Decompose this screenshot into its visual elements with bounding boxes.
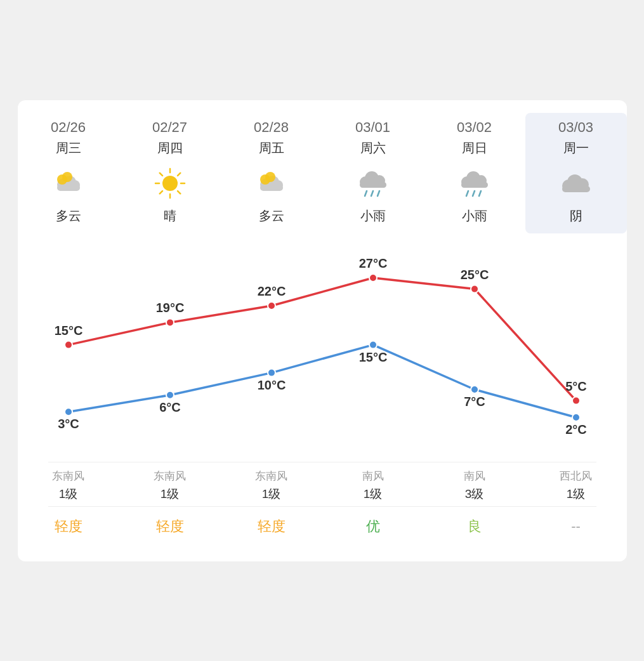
svg-point-20 — [265, 172, 275, 182]
svg-point-46 — [166, 391, 174, 398]
weekday-3: 周六 — [360, 140, 386, 157]
aqi-label-4: 良 — [468, 517, 482, 536]
svg-text:15°C: 15°C — [358, 350, 387, 363]
svg-text:7°C: 7°C — [464, 395, 485, 409]
aqi-col-1: 轻度 — [119, 511, 221, 542]
svg-point-6 — [162, 176, 178, 191]
svg-line-12 — [159, 173, 162, 175]
temperature-chart: 15°C19°C22°C27°C25°C5°C 3°C6°C10°C15°C7°… — [18, 240, 627, 455]
svg-line-33 — [473, 191, 475, 196]
svg-point-41 — [268, 302, 275, 310]
svg-line-10 — [159, 191, 162, 193]
aqi-label-5: -- — [571, 518, 581, 535]
weekday-1: 周四 — [157, 140, 183, 157]
svg-point-42 — [369, 274, 377, 282]
wind-col-5: 西北风 1级 — [525, 462, 627, 506]
day-col-1: 02/27 周四 晴 — [119, 113, 221, 233]
aqi-label-3: 优 — [366, 517, 380, 536]
weather-label-2: 多云 — [259, 207, 284, 225]
weather-icon-5 — [557, 164, 595, 202]
date-0: 02/26 — [51, 119, 86, 136]
svg-text:2°C: 2°C — [565, 422, 587, 436]
svg-text:25°C: 25°C — [460, 267, 489, 281]
svg-line-25 — [365, 191, 367, 196]
svg-point-44 — [572, 396, 580, 404]
day-col-0: 02/26 周三 多云 — [18, 113, 119, 233]
wind-level-0: 1级 — [59, 486, 78, 502]
svg-point-40 — [166, 318, 174, 326]
svg-rect-3 — [57, 185, 80, 191]
weather-card: 02/26 周三 多云 02/27 周四 晴 02/28 周五 多云 — [18, 100, 627, 561]
wind-col-1: 东南风 1级 — [119, 462, 221, 506]
weather-label-3: 小雨 — [360, 207, 386, 225]
aqi-col-2: 轻度 — [221, 511, 322, 542]
wind-level-1: 1级 — [161, 486, 180, 502]
svg-line-34 — [479, 191, 481, 196]
svg-point-39 — [65, 341, 72, 348]
weather-icon-0 — [49, 164, 88, 202]
svg-rect-38 — [562, 186, 590, 192]
weather-label-4: 小雨 — [462, 207, 487, 225]
svg-point-48 — [369, 341, 377, 348]
wind-level-3: 1级 — [364, 486, 383, 502]
aqi-row: 轻度轻度轻度优良-- — [18, 511, 627, 542]
weather-icon-3 — [354, 164, 392, 202]
aqi-col-4: 良 — [424, 511, 525, 542]
svg-point-45 — [65, 408, 72, 416]
weekday-0: 周三 — [56, 140, 81, 157]
svg-point-50 — [572, 414, 580, 421]
divider2 — [48, 506, 596, 507]
days-row: 02/26 周三 多云 02/27 周四 晴 02/28 周五 多云 — [18, 113, 627, 233]
weather-icon-4 — [456, 164, 494, 202]
date-5: 03/03 — [558, 119, 593, 136]
date-2: 02/28 — [254, 119, 289, 136]
wind-row: 东南风 1级 东南风 1级 东南风 1级 南风 1级 南风 3级 西北风 1级 — [18, 462, 627, 506]
wind-dir-4: 南风 — [464, 469, 485, 483]
svg-line-8 — [178, 191, 180, 193]
weather-icon-1 — [151, 164, 189, 202]
svg-line-14 — [178, 173, 180, 175]
wind-dir-3: 南风 — [362, 469, 384, 483]
svg-text:10°C: 10°C — [257, 377, 286, 391]
svg-rect-18 — [260, 185, 283, 191]
svg-text:6°C: 6°C — [159, 400, 181, 414]
weather-label-0: 多云 — [56, 207, 81, 225]
svg-text:19°C: 19°C — [155, 301, 184, 315]
svg-text:5°C: 5°C — [565, 379, 587, 393]
aqi-col-3: 优 — [322, 511, 424, 542]
weekday-5: 周一 — [563, 140, 589, 157]
weather-icon-2 — [253, 164, 291, 202]
svg-point-5 — [62, 172, 72, 182]
wind-level-2: 1级 — [262, 486, 281, 502]
svg-point-49 — [471, 386, 478, 393]
aqi-col-5: -- — [525, 511, 627, 542]
weather-label-1: 晴 — [164, 207, 176, 225]
wind-dir-1: 东南风 — [154, 469, 186, 483]
svg-line-26 — [371, 191, 373, 196]
svg-point-43 — [471, 285, 478, 292]
date-1: 02/27 — [152, 119, 187, 136]
svg-text:15°C: 15°C — [54, 323, 82, 337]
wind-col-2: 东南风 1级 — [221, 462, 322, 506]
wind-dir-2: 东南风 — [255, 469, 287, 483]
wind-col-3: 南风 1级 — [322, 462, 424, 506]
wind-col-4: 南风 3级 — [424, 462, 525, 506]
day-col-3: 03/01 周六 小雨 — [322, 113, 424, 233]
wind-dir-5: 西北风 — [560, 469, 592, 483]
svg-point-47 — [268, 369, 275, 376]
svg-text:22°C: 22°C — [257, 284, 286, 298]
date-3: 03/01 — [355, 119, 390, 136]
svg-text:3°C: 3°C — [58, 417, 79, 431]
wind-level-4: 3级 — [465, 486, 484, 502]
aqi-label-0: 轻度 — [55, 517, 82, 536]
weather-label-5: 阴 — [570, 207, 582, 225]
svg-rect-24 — [360, 182, 386, 188]
day-col-4: 03/02 周日 小雨 — [424, 113, 525, 233]
aqi-label-1: 轻度 — [156, 517, 184, 536]
svg-text:27°C: 27°C — [358, 256, 387, 270]
wind-col-0: 东南风 1级 — [18, 462, 119, 506]
aqi-col-0: 轻度 — [18, 511, 119, 542]
aqi-label-2: 轻度 — [258, 517, 286, 536]
day-col-5: 03/03 周一 阴 — [525, 113, 627, 233]
wind-level-5: 1级 — [567, 486, 586, 502]
